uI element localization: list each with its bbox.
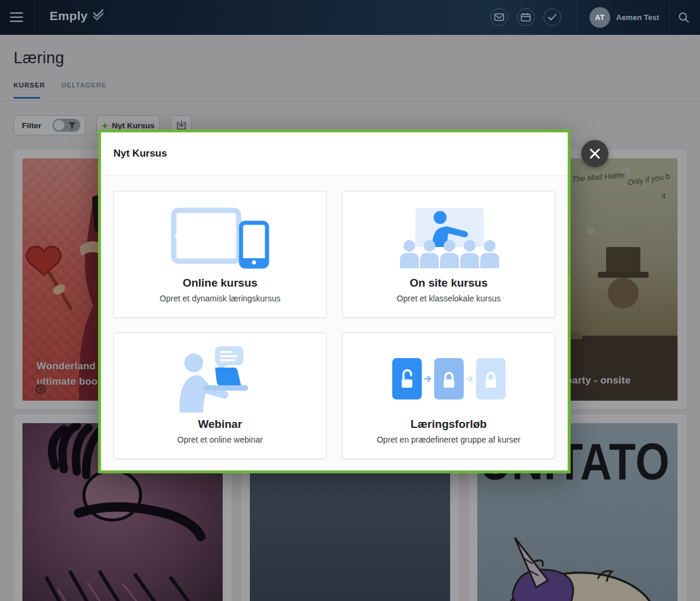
option-title: On site kursus: [410, 277, 488, 290]
classroom-icon: [399, 203, 499, 273]
topbar-divider: [669, 0, 670, 35]
option-laeringsforloeb[interactable]: Læringsforløb Opret en prædefineret grup…: [342, 332, 555, 459]
option-subtitle: Opret en prædefineret gruppe af kurser: [377, 435, 521, 444]
user-name: Aemen Test: [616, 13, 659, 22]
logo-text: Emply: [50, 9, 88, 23]
modal-body: Online kursus Opret et dynamisk læringsk…: [101, 176, 568, 470]
devices-icon: [170, 203, 271, 273]
user-menu[interactable]: AT Aemen Test: [590, 7, 659, 28]
check-icon: [548, 14, 557, 21]
mail-icon: [494, 12, 504, 22]
webinar-icon: [176, 345, 265, 414]
modal-close-button[interactable]: [581, 140, 608, 167]
mail-button[interactable]: [490, 8, 508, 26]
search-icon: [678, 12, 689, 23]
option-online-kursus[interactable]: Online kursus Opret et dynamisk læringsk…: [113, 191, 327, 318]
close-icon: [588, 147, 601, 160]
top-bar: Emply AT Aemen Test: [0, 0, 700, 35]
option-webinar[interactable]: Webinar Opret et online webinar: [113, 332, 327, 459]
option-on-site-kursus[interactable]: On site kursus Opret et klasselokale kur…: [342, 191, 555, 318]
option-title: Online kursus: [183, 277, 258, 290]
menu-icon[interactable]: [10, 12, 23, 22]
topbar-divider: [34, 0, 35, 35]
option-title: Læringsforløb: [411, 418, 487, 431]
locked-courses-icon: [392, 345, 506, 414]
option-subtitle: Opret et klasselokale kursus: [397, 294, 501, 303]
option-title: Webinar: [198, 418, 242, 431]
calendar-icon: [520, 12, 531, 22]
new-course-modal: Nyt Kursus Online kursus Opret et dynami…: [98, 129, 571, 473]
avatar: AT: [590, 7, 610, 28]
modal-header: Nyt Kursus: [101, 132, 568, 176]
topbar-divider: [576, 0, 577, 35]
app-window: Emply AT Aemen Test Læring KURSER DELTAG…: [0, 0, 700, 601]
logo-check-icon: [92, 9, 106, 23]
modal-title: Nyt Kursus: [113, 148, 167, 160]
option-subtitle: Opret et dynamisk læringskursus: [159, 294, 281, 303]
tasks-button[interactable]: [543, 8, 561, 26]
app-logo[interactable]: Emply: [50, 9, 106, 23]
option-subtitle: Opret et online webinar: [177, 435, 263, 444]
search-button[interactable]: [678, 12, 689, 25]
calendar-button[interactable]: [517, 8, 535, 26]
